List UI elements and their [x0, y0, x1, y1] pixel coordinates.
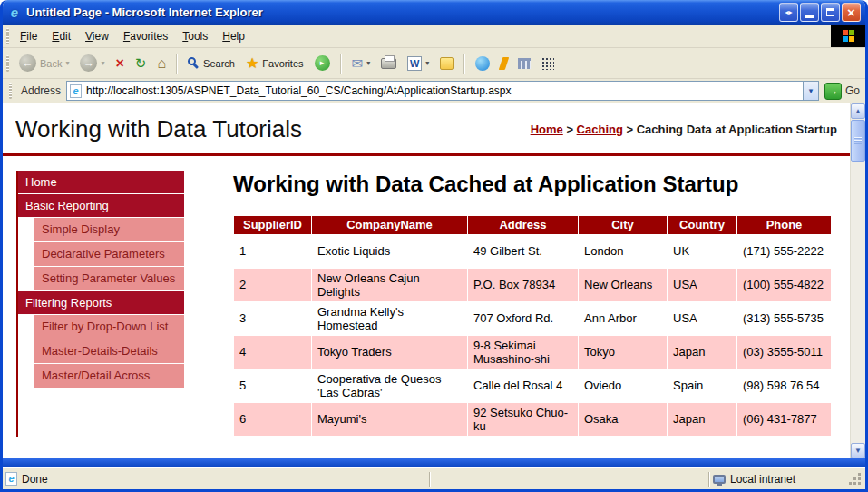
sidebar-item-home[interactable]: Home	[18, 171, 184, 193]
table-row: 4 Tokyo Traders 9-8 Sekimai Musashino-sh…	[234, 335, 832, 369]
menu-edit[interactable]: Edit	[44, 26, 78, 46]
sidebar-item-setting-parameter-values[interactable]: Setting Parameter Values	[34, 267, 184, 290]
sidebar-item-basic-reporting[interactable]: Basic Reporting	[18, 194, 184, 217]
table-cell: Exotic Liquids	[312, 234, 468, 268]
table-cell: 4	[234, 335, 312, 369]
breadcrumb-separator: >	[566, 123, 573, 136]
table-header-row: SupplierID CompanyName Address City Coun…	[234, 215, 832, 234]
scroll-up-button[interactable]: ▲	[851, 103, 865, 119]
sidebar-item-master-detail-across[interactable]: Master/Detail Across	[34, 364, 184, 388]
favorites-star-icon: ★	[246, 54, 258, 72]
sidebar-item-filtering-reports[interactable]: Filtering Reports	[18, 291, 184, 314]
page-header: Working with Data Tutorials Home > Cachi…	[3, 103, 850, 153]
menubar-grip-handle[interactable]	[6, 28, 9, 44]
table-cell: UK	[668, 234, 737, 268]
menu-view[interactable]: View	[78, 26, 116, 46]
toolbar-grip-handle[interactable]	[6, 55, 9, 72]
address-bar: Address e http://localhost:1305/ASPNET_D…	[3, 79, 865, 103]
back-dropdown-icon: ▾	[65, 59, 69, 67]
table-cell: 707 Oxford Rd.	[468, 301, 579, 335]
sidebar-item-declarative-parameters[interactable]: Declarative Parameters	[34, 242, 184, 266]
table-cell: Japan	[668, 335, 737, 369]
address-dropdown-button[interactable]: ▾	[803, 82, 818, 100]
home-icon: ⌂	[157, 55, 166, 72]
page-title: Working with Data Cached at Application …	[233, 171, 746, 199]
table-row: 1 Exotic Liquids 49 Gilbert St. London U…	[234, 234, 832, 268]
table-cell: 92 Setsuko Chuo-ku	[468, 402, 579, 436]
go-button[interactable]: → Go	[824, 83, 860, 100]
table-cell: (03) 3555-5011	[737, 335, 832, 369]
table-cell: Calle del Rosal 4	[468, 369, 579, 402]
table-cell: Grandma Kelly's Homestead	[312, 301, 468, 335]
discuss-button[interactable]	[435, 55, 458, 72]
scroll-down-button[interactable]: ▼	[851, 443, 865, 458]
back-button[interactable]: ← Back ▾	[15, 53, 73, 74]
mail-button[interactable]: ✉ ▾	[347, 54, 375, 74]
window-arrows-button[interactable]: ◂▸	[779, 3, 798, 22]
toolbar-separator	[463, 54, 465, 74]
close-button[interactable]: ×	[842, 3, 861, 22]
discuss-note-icon	[440, 57, 454, 70]
breadcrumb-link-home[interactable]: Home	[531, 123, 563, 136]
minimize-icon	[805, 15, 814, 18]
forward-arrow-icon: →	[80, 54, 97, 72]
column-header-address: Address	[468, 215, 579, 234]
address-input[interactable]: e http://localhost:1305/ASPNET_Data_Tuto…	[66, 81, 819, 101]
table-cell: Ann Arbor	[579, 301, 668, 335]
status-divider	[429, 472, 431, 487]
forward-button[interactable]: → ▾	[75, 53, 109, 74]
sidebar-item-simple-display[interactable]: Simple Display	[34, 218, 184, 241]
ie-throbber	[831, 25, 865, 47]
breadcrumb-link-caching[interactable]: Caching	[577, 123, 623, 136]
status-section-empty	[434, 472, 706, 487]
messenger-button[interactable]	[471, 54, 494, 73]
address-url-text[interactable]: http://localhost:1305/ASPNET_Data_Tutori…	[86, 84, 798, 97]
media-icon: ▸	[315, 55, 330, 71]
home-button[interactable]: ⌂	[152, 54, 171, 74]
scrollbar-track[interactable]	[851, 162, 865, 443]
column-header-phone: Phone	[737, 215, 832, 234]
table-cell: 2	[234, 268, 312, 301]
sidebar-item-master-details-details[interactable]: Master-Details-Details	[34, 339, 184, 363]
maximize-button[interactable]	[821, 3, 840, 22]
table-cell: (98) 598 76 54	[737, 369, 832, 402]
close-icon: ×	[847, 5, 855, 19]
table-cell: London	[579, 234, 668, 268]
title-bar[interactable]: e Untitled Page - Microsoft Internet Exp…	[3, 0, 865, 25]
grid-button[interactable]	[537, 55, 559, 72]
search-button[interactable]: Search	[183, 55, 239, 71]
refresh-icon: ↻	[135, 55, 147, 72]
table-cell: New Orleans Cajun Delights	[312, 268, 468, 301]
minimize-button[interactable]	[800, 3, 819, 22]
window-resize-grip[interactable]	[849, 472, 863, 487]
breadcrumb: Home > Caching > Caching Data at Applica…	[531, 123, 837, 136]
status-divider	[708, 472, 710, 487]
browser-window: e Untitled Page - Microsoft Internet Exp…	[0, 0, 868, 492]
go-arrow-icon: →	[824, 83, 842, 100]
sidebar-nav: Home Basic Reporting Simple Display Decl…	[16, 171, 184, 437]
research-button[interactable]	[496, 55, 512, 72]
toolbar-separator	[176, 54, 178, 74]
column-header-supplierid: SupplierID	[234, 215, 312, 234]
edit-button[interactable]: W ▾	[403, 54, 434, 73]
print-button[interactable]	[376, 56, 401, 71]
favorites-button[interactable]: ★ Favorites	[241, 53, 308, 74]
windows-logo-icon	[843, 30, 854, 42]
sidebar-item-filter-by-drop-down-list[interactable]: Filter by Drop-Down List	[34, 315, 184, 339]
menu-help[interactable]: Help	[215, 26, 252, 46]
media-button[interactable]: ▸	[310, 54, 335, 73]
scrollbar-thumb[interactable]	[851, 120, 865, 162]
addressbar-grip-handle[interactable]	[9, 83, 12, 99]
menu-file[interactable]: File	[13, 26, 44, 46]
menu-favorites[interactable]: Favorites	[116, 26, 175, 46]
toolbar-separator	[340, 54, 342, 74]
site-title: Working with Data Tutorials	[15, 115, 302, 143]
refresh-button[interactable]: ↻	[131, 54, 151, 74]
vertical-scrollbar[interactable]: ▲ ▼	[850, 103, 865, 458]
stop-button[interactable]: ×	[112, 54, 129, 74]
menu-bar: File Edit View Favorites Tools Help	[3, 25, 865, 48]
folders-button[interactable]	[513, 56, 535, 71]
maximize-icon	[826, 8, 834, 16]
menu-tools[interactable]: Tools	[175, 26, 215, 46]
table-cell: New Orleans	[579, 268, 668, 301]
